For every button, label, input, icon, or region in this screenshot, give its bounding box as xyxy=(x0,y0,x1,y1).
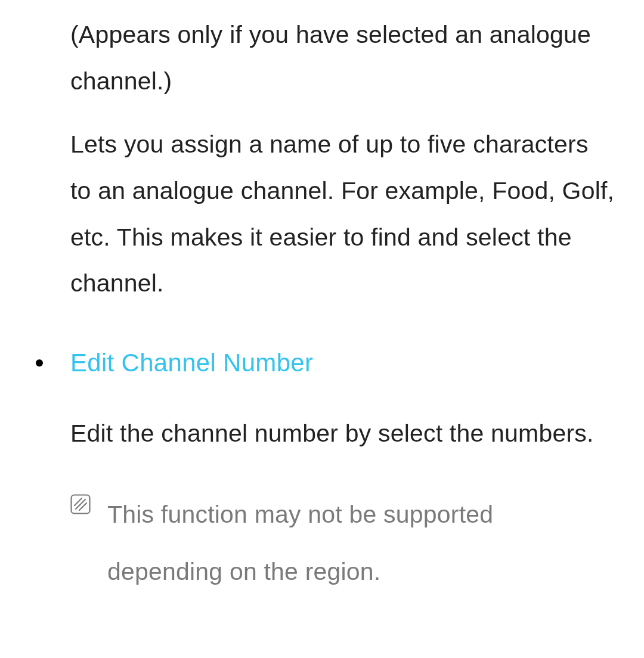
note-icon xyxy=(70,494,91,517)
bullet-item: Edit Channel Number xyxy=(36,344,615,381)
note-text: This function may not be supported depen… xyxy=(107,486,615,601)
svg-line-1 xyxy=(76,499,85,509)
condition-text: (Appears only if you have selected an an… xyxy=(70,12,615,105)
bullet-description: Edit the channel number by select the nu… xyxy=(70,405,615,461)
bullet-dot-icon xyxy=(36,359,43,367)
bullet-title: Edit Channel Number xyxy=(70,344,313,381)
note-block: This function may not be supported depen… xyxy=(70,486,615,601)
description-text: Lets you assign a name of up to five cha… xyxy=(70,122,615,308)
